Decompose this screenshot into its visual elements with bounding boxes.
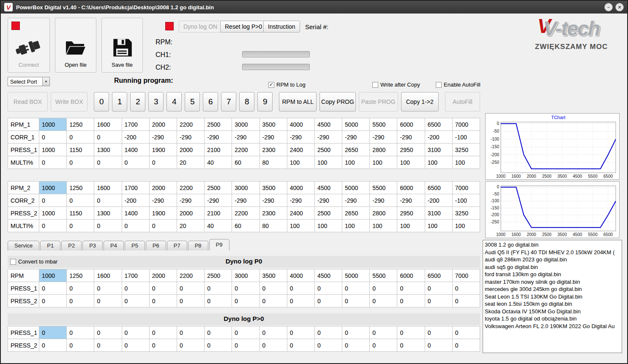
table-cell[interactable]: 0 — [232, 282, 259, 295]
table-cell[interactable]: 60 — [232, 220, 259, 232]
table-cell[interactable]: -290 — [287, 131, 314, 144]
table-cell[interactable]: 4500 — [314, 182, 342, 194]
table-cell[interactable]: 0 — [67, 282, 94, 295]
table-cell[interactable]: 0 — [370, 295, 397, 307]
table-cell[interactable]: 6000 — [397, 269, 425, 282]
table-cell[interactable]: 0 — [425, 295, 452, 307]
instruction-button[interactable]: Instruction — [263, 21, 300, 33]
table-cell[interactable]: 100 — [314, 220, 342, 232]
digit-button-4[interactable]: 4 — [167, 92, 182, 111]
table-cell[interactable]: 0 — [94, 194, 122, 207]
table-cell[interactable]: 6500 — [425, 269, 452, 282]
table-cell[interactable]: -290 — [259, 131, 287, 144]
table-cell[interactable]: 2500 — [314, 144, 342, 156]
table-cell[interactable]: 60 — [232, 156, 259, 169]
table-cell[interactable]: 0 — [94, 339, 122, 352]
table-cell[interactable]: 0 — [94, 220, 122, 232]
table-cell[interactable]: -290 — [232, 194, 259, 207]
table-cell[interactable]: 0 — [122, 282, 149, 295]
table-cell[interactable]: -290 — [370, 194, 397, 207]
table-cell[interactable]: 40 — [205, 156, 232, 169]
table-cell[interactable]: 0 — [39, 131, 67, 144]
table-cell[interactable]: 40 — [205, 220, 232, 232]
table-cell[interactable]: 1900 — [149, 144, 177, 156]
minimize-button[interactable]: − — [604, 3, 613, 11]
table-cell[interactable]: 4500 — [314, 269, 342, 282]
file-list-item[interactable]: 3008 1.2 go digital.bin — [483, 241, 622, 249]
table-cell[interactable]: 1000 — [39, 182, 67, 194]
table-cell[interactable]: -290 — [205, 194, 232, 207]
write-box-button[interactable]: Write BOX — [51, 92, 87, 111]
table-cell[interactable]: 0 — [259, 326, 287, 339]
file-list-item[interactable]: Volkswagen Arteon FL 2.0 190KM 2022 Go D… — [483, 323, 622, 330]
table-cell[interactable]: 100 — [397, 220, 425, 232]
table-cell[interactable]: 100 — [370, 220, 397, 232]
table-cell[interactable]: 0 — [205, 339, 232, 352]
table-cell[interactable]: 1700 — [122, 269, 149, 282]
rpm-to-log-checkbox[interactable]: RPM to Log — [268, 81, 306, 88]
table-cell[interactable]: -200 — [425, 131, 452, 144]
table-cell[interactable]: 1400 — [122, 144, 149, 156]
table-cell[interactable]: 100 — [287, 156, 314, 169]
digit-button-7[interactable]: 7 — [221, 92, 236, 111]
table-cell[interactable]: 0 — [67, 156, 94, 169]
table-cell[interactable]: 6000 — [397, 118, 425, 131]
rpm-to-all-button[interactable]: RPM to ALL — [279, 92, 317, 111]
table-cell[interactable]: 1700 — [122, 182, 149, 194]
copy-1-2-button[interactable]: Copy 1->2 — [401, 92, 439, 111]
autofill-button[interactable]: AutoFill — [445, 92, 480, 111]
table-cell[interactable]: 2000 — [177, 207, 204, 220]
table-cell[interactable]: 0 — [342, 339, 370, 352]
table-cell[interactable]: 1600 — [94, 182, 122, 194]
table-cell[interactable]: 2200 — [177, 118, 204, 131]
table-cell[interactable]: 0 — [39, 220, 67, 232]
table-cell[interactable]: 0 — [94, 326, 122, 339]
table-cell[interactable]: 0 — [122, 220, 149, 232]
table-cell[interactable]: 100 — [370, 156, 397, 169]
table-cell[interactable]: 6000 — [397, 182, 425, 194]
table-cell[interactable]: 2500 — [205, 182, 232, 194]
table-cell[interactable]: -290 — [177, 194, 204, 207]
table-cell[interactable]: 100 — [425, 220, 452, 232]
table-cell[interactable]: 0 — [314, 295, 342, 307]
file-list-item[interactable]: Skoda Octavia IV 150KM Go Digital.bin — [483, 308, 622, 315]
table-cell[interactable]: 1300 — [94, 144, 122, 156]
table-cell[interactable]: 1250 — [67, 118, 94, 131]
table-cell[interactable]: 0 — [314, 326, 342, 339]
table-cell[interactable]: 2200 — [232, 144, 259, 156]
table-cell[interactable]: -200 — [122, 131, 149, 144]
table-cell[interactable]: 0 — [287, 282, 314, 295]
table-cell[interactable]: 0 — [397, 326, 425, 339]
table-cell[interactable]: 0 — [149, 156, 177, 169]
table-cell[interactable]: 2000 — [149, 269, 177, 282]
file-list-item[interactable]: mercedes gle 300d 245km go digital.bin — [483, 285, 622, 293]
table-cell[interactable]: 0 — [452, 282, 480, 295]
table-cell[interactable]: 7000 — [452, 182, 480, 194]
table-cell[interactable]: 0 — [370, 282, 397, 295]
paste-prog-button[interactable]: Paste PROG — [359, 92, 398, 111]
table-cell[interactable]: 0 — [67, 131, 94, 144]
table-cell[interactable]: 1400 — [122, 207, 149, 220]
table-cell[interactable]: 0 — [287, 295, 314, 307]
table-cell[interactable]: 100 — [397, 156, 425, 169]
table-cell[interactable]: 100 — [452, 220, 480, 232]
table-cell[interactable]: 6500 — [425, 182, 452, 194]
digit-button-5[interactable]: 5 — [185, 92, 200, 111]
table-cell[interactable]: 2500 — [314, 207, 342, 220]
table-cell[interactable]: 0 — [287, 339, 314, 352]
table-cell[interactable]: 2200 — [177, 269, 204, 282]
table-cell[interactable]: 1000 — [39, 269, 67, 282]
table-cell[interactable]: 4000 — [287, 118, 314, 131]
table-cell[interactable]: 1250 — [67, 182, 94, 194]
table-cell[interactable]: 0 — [94, 282, 122, 295]
table-cell[interactable]: 100 — [425, 156, 452, 169]
table-cell[interactable]: 1300 — [94, 207, 122, 220]
table-cell[interactable]: 7000 — [452, 269, 480, 282]
table-cell[interactable]: 0 — [67, 220, 94, 232]
table-cell[interactable]: 1250 — [67, 269, 94, 282]
tab-p2[interactable]: P2 — [61, 241, 82, 250]
digit-button-0[interactable]: 0 — [94, 92, 109, 111]
table-cell[interactable]: 1150 — [67, 207, 94, 220]
table-cell[interactable]: -290 — [370, 131, 397, 144]
table-cell[interactable]: 100 — [314, 156, 342, 169]
